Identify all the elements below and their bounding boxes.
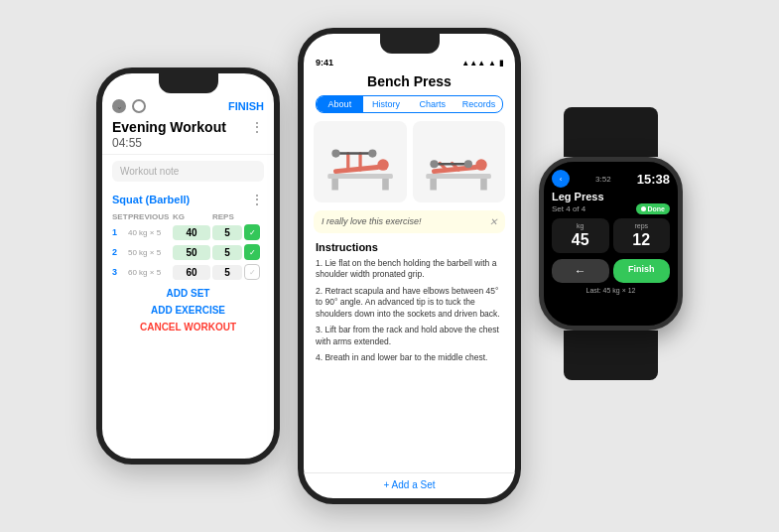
- set-row-3: 3 60 kg × 5 60 5 ✓: [108, 262, 268, 282]
- watch-kg-metric: kg 45: [552, 218, 609, 253]
- svg-rect-10: [426, 174, 491, 179]
- col-kg: KG: [173, 212, 210, 221]
- apple-watch: ‹ 3:52 15:38 Leg Press Set 4 of 4 Done k…: [539, 152, 683, 380]
- workout-header: Evening Workout ⋮ 04:55: [102, 117, 274, 155]
- workout-title: Evening Workout: [112, 119, 226, 135]
- battery-icon: ▮: [499, 59, 503, 67]
- add-exercise-button[interactable]: ADD EXERCISE: [102, 302, 274, 319]
- set-check-1[interactable]: ✓: [244, 224, 260, 240]
- back-circle-icon[interactable]: ⌄: [112, 99, 126, 113]
- watch-exercise-name: Leg Press: [552, 191, 670, 202]
- instruction-3: 3. Lift bar from the rack and hold above…: [316, 325, 503, 347]
- watch-prev-button[interactable]: ←: [552, 259, 609, 283]
- cancel-workout-button[interactable]: CANCEL WORKOUT: [102, 319, 274, 335]
- tab-about[interactable]: About: [317, 96, 363, 112]
- watch-kg-value: 45: [558, 231, 603, 249]
- col-set: SET: [112, 212, 126, 221]
- watch-finish-button[interactable]: Finish: [613, 259, 671, 283]
- set-reps-1[interactable]: 5: [212, 225, 242, 240]
- svg-rect-0: [327, 174, 393, 179]
- add-set-bottom-button[interactable]: Add a Set: [304, 479, 515, 490]
- refresh-icon[interactable]: [132, 99, 146, 113]
- bottom-bar: Add a Set: [304, 472, 515, 490]
- workout-time: 04:55: [112, 136, 264, 150]
- signal-icon: ▲▲▲: [461, 59, 485, 67]
- exercise-title: Bench Press: [304, 69, 515, 95]
- watch-done-badge: Done: [636, 203, 671, 214]
- user-note-text: I really love this exercise!: [322, 216, 422, 226]
- set-kg-2[interactable]: 50: [173, 245, 210, 260]
- watch-action-buttons: ← Finish: [552, 259, 670, 283]
- set-num-2: 2: [112, 247, 126, 257]
- set-check-2[interactable]: ✓: [244, 244, 260, 260]
- instruction-2: 2. Retract scapula and have elbows betwe…: [316, 286, 503, 320]
- watch-band-top: [564, 107, 658, 157]
- finish-button[interactable]: FINISH: [228, 100, 264, 112]
- phone-workout-log: ⌄ FINISH Evening Workout ⋮ 04:55 Workout…: [96, 67, 280, 465]
- status-bar: 9:41 ▲▲▲ ▲ ▮: [304, 56, 515, 69]
- watch-band-bottom: [564, 331, 658, 380]
- phone-exercise-detail: 9:41 ▲▲▲ ▲ ▮ Bench Press About History C…: [298, 28, 521, 504]
- watch-reps-value: 12: [619, 231, 665, 249]
- tab-records[interactable]: Records: [455, 96, 502, 112]
- watch-reps-label: reps: [619, 222, 665, 229]
- svg-point-8: [331, 150, 339, 158]
- svg-line-4: [335, 168, 377, 172]
- col-reps: REPS: [212, 212, 242, 221]
- watch-time: 15:38: [637, 172, 670, 187]
- wifi-icon: ▲: [488, 59, 496, 67]
- exercise-header: Squat (Barbell) ⋮: [102, 188, 274, 211]
- set-table: SET PREVIOUS KG REPS 1 40 kg × 5 40 5 ✓ …: [102, 211, 274, 282]
- instructions-section: Instructions 1. Lie flat on the bench ho…: [304, 241, 515, 369]
- user-note-banner: I really love this exercise! ✕: [314, 210, 505, 233]
- exercise-images: [304, 121, 515, 210]
- workout-note-input[interactable]: Workout note: [112, 161, 264, 182]
- more-options-icon[interactable]: ⋮: [250, 119, 264, 135]
- svg-rect-2: [382, 179, 389, 190]
- set-kg-1[interactable]: 40: [173, 225, 210, 240]
- svg-point-19: [464, 160, 472, 168]
- set-reps-2[interactable]: 5: [212, 245, 242, 260]
- watch-kg-label: kg: [558, 222, 603, 229]
- set-reps-3[interactable]: 5: [212, 265, 242, 280]
- svg-point-9: [368, 150, 376, 158]
- svg-point-18: [431, 160, 439, 168]
- watch-set-label: Set 4 of 4: [552, 204, 585, 213]
- watch-back-arrow-icon: ←: [575, 264, 586, 278]
- exercise-name: Squat (Barbell): [112, 194, 190, 205]
- phone1-topbar: ⌄ FINISH: [102, 95, 274, 117]
- exercise-image-1: [314, 121, 407, 202]
- watch-metrics: kg 45 reps 12: [552, 218, 670, 253]
- watch-last-label: Last: 45 kg × 12: [552, 287, 670, 294]
- watch-body: ‹ 3:52 15:38 Leg Press Set 4 of 4 Done k…: [539, 157, 683, 331]
- done-dot-icon: [641, 206, 646, 211]
- watch-set-info: Set 4 of 4 Done: [552, 203, 670, 214]
- phone-notch: [159, 73, 218, 93]
- add-set-button[interactable]: ADD SET: [102, 282, 274, 302]
- set-prev-3: 60 kg × 5: [128, 268, 171, 277]
- status-icons: ▲▲▲ ▲ ▮: [461, 59, 503, 67]
- set-row-1: 1 40 kg × 5 40 5 ✓: [108, 222, 268, 242]
- set-check-3[interactable]: ✓: [244, 264, 260, 280]
- tab-bar: About History Charts Records: [316, 95, 503, 113]
- watch-screen: ‹ 3:52 15:38 Leg Press Set 4 of 4 Done k…: [544, 162, 678, 326]
- exercise-more-icon[interactable]: ⋮: [250, 192, 264, 207]
- watch-top-row: ‹ 3:52 15:38: [552, 170, 670, 188]
- set-num-3: 3: [112, 267, 126, 277]
- svg-rect-12: [480, 179, 487, 190]
- set-kg-3[interactable]: 60: [173, 265, 210, 280]
- col-previous: PREVIOUS: [128, 212, 171, 221]
- watch-done-label: Done: [648, 205, 666, 212]
- tab-history[interactable]: History: [363, 96, 410, 112]
- set-prev-1: 40 kg × 5: [128, 228, 171, 237]
- watch-back-time: 3:52: [595, 175, 611, 184]
- tab-charts[interactable]: Charts: [410, 96, 456, 112]
- watch-back-icon: ‹: [560, 175, 563, 184]
- svg-rect-1: [331, 179, 338, 190]
- note-close-icon[interactable]: ✕: [489, 216, 497, 227]
- exercise-image-2: [413, 121, 506, 202]
- watch-reps-metric: reps 12: [613, 218, 671, 253]
- set-num-1: 1: [112, 227, 126, 237]
- watch-back-button[interactable]: ‹: [552, 170, 570, 188]
- status-time: 9:41: [316, 58, 333, 67]
